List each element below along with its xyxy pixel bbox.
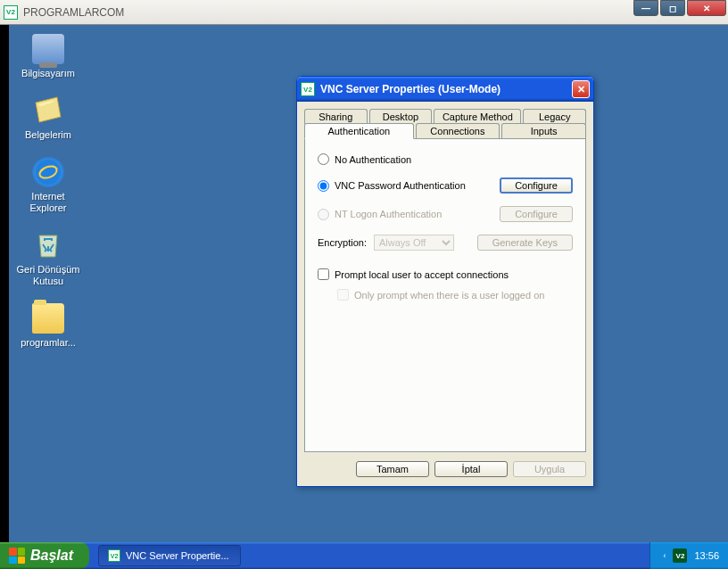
taskbar-item-vnc[interactable]: V2 VNC Server Propertie... [98,545,241,566]
desktop-icon-label: Geri Dönüşüm Kutusu [12,264,84,287]
prompt-local-checkbox[interactable] [318,268,329,280]
dialog-titlebar[interactable]: V2 VNC Server Properties (User-Mode) ✕ [297,77,593,102]
tab-authentication[interactable]: Authentication [304,123,414,139]
host-window: V2 PROGRAMLARCOM — ◻ ✕ Bilgisayarım Belg… [0,0,728,569]
encryption-select: Always Off [374,235,454,251]
encryption-label: Encryption: [318,237,367,248]
tabs-front-row: Authentication Connections Inputs [304,123,586,138]
desktop-icon-internet-explorer[interactable]: Internet Explorer [12,157,84,214]
tray-vnc-icon[interactable]: V2 [673,548,687,563]
radio-row-nt-logon: NT Logon Authentication Configure [318,206,573,222]
vnc-icon: V2 [301,82,315,96]
start-button[interactable]: Başlat [0,542,89,569]
configure-vnc-password-button[interactable]: Configure [500,177,573,194]
nt-logon-label: NT Logon Authentication [335,209,442,219]
no-auth-label[interactable]: No Authentication [335,154,411,165]
vnc-icon: V2 [108,549,120,562]
desktop-icon-recycle-bin[interactable]: Geri Dönüşüm Kutusu [12,230,84,287]
left-black-strip [0,25,9,542]
desktop-icon-folder[interactable]: programlar... [12,303,84,349]
tab-capture-method[interactable]: Capture Method [434,109,521,124]
generate-keys-button: Generate Keys [477,235,573,251]
tab-panel-authentication: No Authentication VNC Password Authentic… [304,138,586,452]
dialog-button-row: Tamam İptal Uygula [304,461,586,477]
tray-expand-icon[interactable]: ‹ [663,551,666,560]
vnc-password-radio[interactable] [318,180,329,192]
dialog-title: VNC Server Properties (User-Mode) [320,83,572,95]
cancel-button[interactable]: İptal [434,461,508,477]
system-tray: ‹ V2 13:56 [649,542,728,569]
tab-desktop[interactable]: Desktop [369,109,433,124]
radio-row-vnc-password: VNC Password Authentication Configure [318,177,573,194]
vnc-app-icon: V2 [4,5,18,20]
desktop-icons-area: Bilgisayarım Belgelerim Internet Explore… [12,34,84,349]
recycle-icon [32,230,64,260]
windows-logo-icon [9,548,25,564]
encryption-row: Encryption: Always Off Generate Keys [318,235,573,251]
taskbar: Başlat V2 VNC Server Propertie... ‹ V2 1… [0,542,728,569]
dialog-body: Sharing Desktop Capture Method Legacy Au… [297,102,593,486]
ie-icon [32,157,64,187]
prompt-local-row: Prompt local user to accept connections [318,268,573,280]
desktop-icon-label: Internet Explorer [12,191,84,214]
vnc-password-label[interactable]: VNC Password Authentication [335,180,466,191]
computer-icon [32,34,64,64]
start-button-label: Başlat [30,548,73,564]
prompt-local-label[interactable]: Prompt local user to accept connections [335,269,509,280]
only-prompt-label: Only prompt when there is a user logged … [354,290,544,301]
no-auth-radio[interactable] [318,153,329,165]
desktop-icon-label: Bilgisayarım [21,68,75,79]
desktop-icon-my-documents[interactable]: Belgelerim [12,95,84,141]
taskbar-item-label: VNC Server Propertie... [126,550,229,561]
desktop-icon-label: Belgelerim [25,129,71,141]
vnc-properties-dialog: V2 VNC Server Properties (User-Mode) ✕ S… [296,76,594,487]
desktop-icon-label: programlar... [21,337,76,349]
only-prompt-row: Only prompt when there is a user logged … [337,289,573,301]
host-titlebar: V2 PROGRAMLARCOM — ◻ ✕ [0,0,728,25]
tab-legacy[interactable]: Legacy [523,109,586,124]
tabs-back-row: Sharing Desktop Capture Method Legacy [304,109,586,124]
configure-nt-logon-button: Configure [500,206,573,222]
desktop-icon-my-computer[interactable]: Bilgisayarım [12,34,84,79]
nt-logon-radio [318,209,329,220]
xp-desktop[interactable]: Bilgisayarım Belgelerim Internet Explore… [0,25,728,569]
dialog-close-button[interactable]: ✕ [572,80,590,98]
tab-inputs[interactable]: Inputs [501,123,586,138]
host-close-button[interactable]: ✕ [687,0,726,16]
host-maximize-button[interactable]: ◻ [660,0,685,16]
host-window-title: PROGRAMLARCOM [23,6,724,19]
tab-sharing[interactable]: Sharing [304,109,368,124]
ok-button[interactable]: Tamam [356,461,429,477]
folder-icon [32,303,64,334]
documents-icon [32,95,64,126]
radio-row-no-auth: No Authentication [318,153,573,165]
host-minimize-button[interactable]: — [633,0,658,16]
only-prompt-checkbox [337,289,349,301]
apply-button: Uygula [513,461,586,477]
tray-clock[interactable]: 13:56 [694,550,719,561]
tab-connections[interactable]: Connections [416,123,500,138]
